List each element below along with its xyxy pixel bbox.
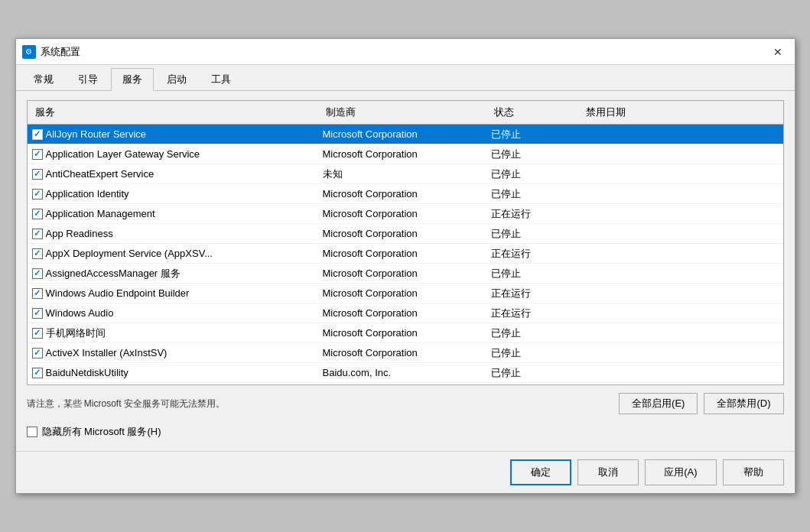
row-checkbox-2[interactable] bbox=[32, 169, 43, 180]
tab-启动[interactable]: 启动 bbox=[155, 68, 198, 90]
table-row[interactable]: ActiveX Installer (AxInstSV)Microsoft Co… bbox=[28, 343, 783, 363]
hide-ms-checkbox[interactable] bbox=[27, 427, 37, 437]
row-manufacturer: Baidu.com, Inc. bbox=[323, 367, 491, 378]
row-checkbox-1[interactable] bbox=[32, 149, 43, 160]
disable-all-button[interactable]: 全部禁用(D) bbox=[704, 393, 783, 414]
row-service-name: App Readiness bbox=[46, 228, 113, 239]
tab-工具[interactable]: 工具 bbox=[200, 68, 242, 90]
col-manufacturer: 制造商 bbox=[323, 104, 491, 121]
ok-button[interactable]: 确定 bbox=[510, 459, 571, 485]
row-manufacturer: 未知 bbox=[323, 167, 491, 181]
row-manufacturer: Microsoft Corporation bbox=[323, 307, 491, 319]
row-status: 已停止 bbox=[491, 267, 583, 281]
col-status: 状态 bbox=[491, 104, 583, 121]
row-status: 正在运行 bbox=[491, 207, 583, 221]
row-service-name: ActiveX Installer (AxInstSV) bbox=[46, 347, 168, 358]
row-manufacturer: Microsoft Corporation bbox=[323, 327, 491, 339]
row-status: 正在运行 bbox=[491, 307, 583, 320]
row-status: 正在运行 bbox=[491, 247, 583, 261]
row-status: 已停止 bbox=[491, 128, 583, 141]
row-service-name: Application Management bbox=[46, 208, 155, 219]
table-row[interactable]: BitLocker Drive Encryption ServiceMicros… bbox=[28, 383, 783, 384]
table-row[interactable]: AssignedAccessManager 服务Microsoft Corpor… bbox=[28, 264, 783, 284]
col-disable-date: 禁用日期 bbox=[583, 104, 690, 121]
row-checkbox-6[interactable] bbox=[32, 248, 43, 259]
row-service-name: BaiduNetdiskUtility bbox=[46, 367, 128, 378]
close-button[interactable]: ✕ bbox=[767, 44, 789, 60]
row-manufacturer: Microsoft Corporation bbox=[323, 208, 491, 219]
footer-buttons: 确定 取消 应用(A) 帮助 bbox=[16, 451, 795, 493]
row-checkbox-5[interactable] bbox=[32, 229, 43, 239]
table-row[interactable]: Windows AudioMicrosoft Corporation正在运行 bbox=[28, 303, 783, 323]
row-manufacturer: Microsoft Corporation bbox=[323, 228, 491, 239]
title-bar-left: ⚙ 系统配置 bbox=[22, 45, 80, 59]
row-service-name: Application Layer Gateway Service bbox=[46, 148, 200, 160]
tab-引导[interactable]: 引导 bbox=[67, 68, 109, 90]
row-checkbox-12[interactable] bbox=[32, 368, 43, 378]
row-manufacturer: Microsoft Corporation bbox=[323, 148, 491, 160]
note-text: 请注意，某些 Microsoft 安全服务可能无法禁用。 bbox=[27, 397, 225, 410]
title-bar: ⚙ 系统配置 ✕ bbox=[16, 39, 795, 65]
row-checkbox-8[interactable] bbox=[32, 288, 43, 299]
table-row[interactable]: AppX Deployment Service (AppXSV...Micros… bbox=[28, 244, 783, 264]
tab-常规[interactable]: 常规 bbox=[22, 68, 65, 90]
row-status: 已停止 bbox=[491, 346, 583, 360]
row-manufacturer: Microsoft Corporation bbox=[323, 287, 491, 299]
row-status: 已停止 bbox=[491, 366, 583, 380]
action-buttons: 全部启用(E) 全部禁用(D) bbox=[619, 393, 783, 414]
enable-all-button[interactable]: 全部启用(E) bbox=[619, 393, 698, 414]
hide-ms-label: 隐藏所有 Microsoft 服务(H) bbox=[42, 425, 161, 439]
row-manufacturer: Microsoft Corporation bbox=[323, 248, 491, 259]
row-service-name: Application Identity bbox=[46, 188, 129, 200]
row-service-name: AssignedAccessManager 服务 bbox=[46, 267, 181, 281]
cancel-button[interactable]: 取消 bbox=[577, 459, 639, 485]
row-manufacturer: Microsoft Corporation bbox=[323, 128, 491, 140]
services-table: 服务 制造商 状态 禁用日期 AllJoyn Router ServiceMic… bbox=[27, 100, 784, 385]
table-row[interactable]: App ReadinessMicrosoft Corporation已停止 bbox=[28, 224, 783, 244]
table-header: 服务 制造商 状态 禁用日期 bbox=[28, 101, 783, 125]
help-button[interactable]: 帮助 bbox=[723, 459, 784, 485]
tab-bar: 常规引导服务启动工具 bbox=[16, 65, 795, 91]
content-area: 服务 制造商 状态 禁用日期 AllJoyn Router ServiceMic… bbox=[16, 91, 795, 451]
row-status: 已停止 bbox=[491, 187, 583, 201]
row-status: 已停止 bbox=[491, 326, 583, 340]
table-row[interactable]: 手机网络时间Microsoft Corporation已停止 bbox=[28, 323, 783, 343]
apply-button[interactable]: 应用(A) bbox=[645, 459, 716, 485]
table-body[interactable]: AllJoyn Router ServiceMicrosoft Corporat… bbox=[28, 125, 783, 384]
table-row[interactable]: Application ManagementMicrosoft Corporat… bbox=[28, 204, 783, 224]
row-service-name: Windows Audio Endpoint Builder bbox=[46, 287, 190, 299]
row-checkbox-0[interactable] bbox=[32, 129, 43, 140]
table-row[interactable]: Application IdentityMicrosoft Corporatio… bbox=[28, 184, 783, 204]
row-manufacturer: Microsoft Corporation bbox=[323, 268, 491, 279]
row-checkbox-4[interactable] bbox=[32, 209, 43, 219]
table-row[interactable]: Application Layer Gateway ServiceMicroso… bbox=[28, 144, 783, 164]
row-status: 已停止 bbox=[491, 167, 583, 181]
row-service-name: Windows Audio bbox=[46, 307, 114, 319]
row-checkbox-11[interactable] bbox=[32, 348, 43, 358]
table-row[interactable]: AllJoyn Router ServiceMicrosoft Corporat… bbox=[28, 125, 783, 144]
row-checkbox-9[interactable] bbox=[32, 308, 43, 319]
row-status: 正在运行 bbox=[491, 287, 583, 300]
row-manufacturer: Microsoft Corporation bbox=[323, 347, 491, 358]
row-service-name: 手机网络时间 bbox=[46, 326, 106, 340]
row-checkbox-7[interactable] bbox=[32, 268, 43, 279]
main-window: ⚙ 系统配置 ✕ 常规引导服务启动工具 服务 制造商 状态 禁用日期 AllJo… bbox=[15, 38, 795, 494]
row-service-name: AppX Deployment Service (AppXSV... bbox=[46, 248, 213, 259]
tab-服务[interactable]: 服务 bbox=[111, 68, 154, 91]
table-row[interactable]: Windows Audio Endpoint BuilderMicrosoft … bbox=[28, 284, 783, 303]
table-row[interactable]: BaiduNetdiskUtilityBaidu.com, Inc.已停止 bbox=[28, 363, 783, 383]
row-checkbox-10[interactable] bbox=[32, 328, 43, 339]
row-manufacturer: Microsoft Corporation bbox=[323, 188, 491, 200]
row-status: 已停止 bbox=[491, 148, 583, 161]
window-title: 系统配置 bbox=[41, 45, 80, 59]
table-row[interactable]: AntiCheatExpert Service未知已停止 bbox=[28, 164, 783, 184]
row-service-name: AntiCheatExpert Service bbox=[46, 168, 155, 180]
bottom-note-row: 请注意，某些 Microsoft 安全服务可能无法禁用。 全部启用(E) 全部禁… bbox=[27, 393, 784, 414]
window-icon: ⚙ bbox=[22, 45, 36, 59]
hide-ms-row: 隐藏所有 Microsoft 服务(H) bbox=[27, 422, 784, 442]
row-service-name: AllJoyn Router Service bbox=[46, 128, 147, 140]
row-status: 已停止 bbox=[491, 227, 583, 241]
row-checkbox-3[interactable] bbox=[32, 189, 43, 200]
col-service: 服务 bbox=[32, 104, 323, 121]
